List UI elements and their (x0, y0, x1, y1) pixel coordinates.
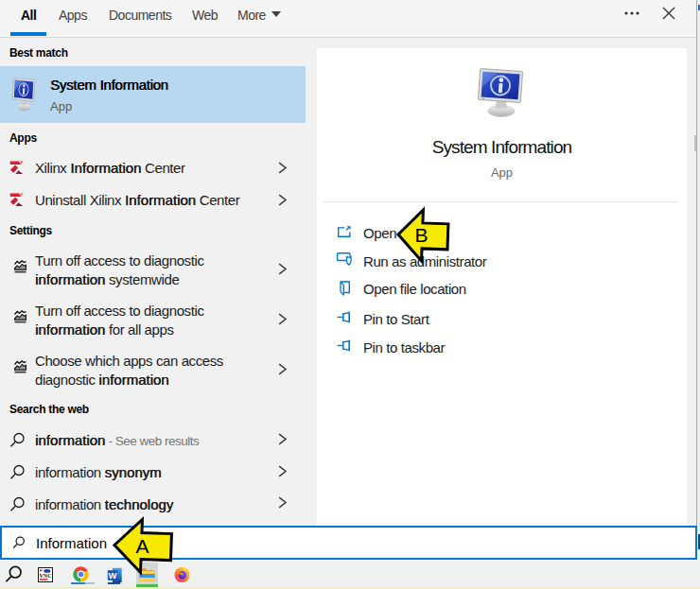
svg-text:A: A (135, 535, 149, 557)
svg-text:B: B (414, 224, 428, 246)
svg-text:VNC: VNC (40, 573, 52, 579)
